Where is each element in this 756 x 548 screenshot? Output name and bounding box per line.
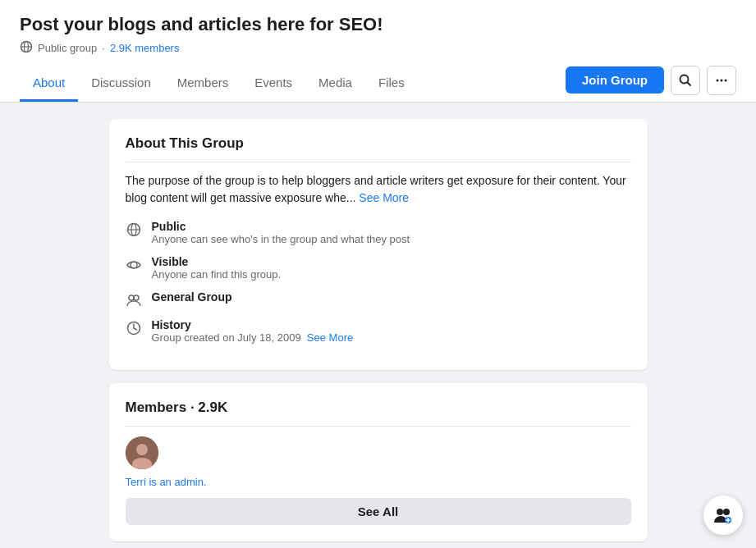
floating-action-button[interactable] (703, 495, 743, 535)
privacy-content: Public Anyone can see who's in the group… (152, 220, 410, 245)
about-card-title: About This Group (126, 135, 631, 152)
avatar-image (126, 436, 158, 469)
svg-point-6 (721, 79, 723, 81)
about-divider (126, 162, 631, 162)
history-label: History (152, 318, 354, 331)
tab-members[interactable]: Members (164, 66, 242, 102)
type-content: General Group (152, 290, 232, 304)
history-icon (126, 320, 142, 336)
admin-avatar (126, 436, 158, 469)
svg-point-25 (717, 509, 723, 515)
group-title: Post your blogs and articles here for SE… (20, 13, 736, 37)
group-meta: Public group · 2.9K members (20, 40, 736, 56)
tab-files[interactable]: Files (365, 66, 418, 102)
search-button[interactable] (671, 66, 700, 95)
members-card-title: Members · 2.9K (126, 400, 631, 416)
globe-info-icon (126, 221, 142, 238)
history-see-more[interactable]: See More (307, 331, 353, 344)
history-desc: Group created on July 18, 2009 See More (152, 331, 354, 344)
tab-about[interactable]: About (20, 66, 78, 102)
about-card: About This Group The purpose of the grou… (109, 119, 648, 370)
group-type: Public group (38, 42, 97, 54)
svg-point-13 (134, 295, 139, 300)
join-group-button[interactable]: Join Group (566, 66, 664, 94)
type-label: General Group (152, 290, 232, 304)
history-content: History Group created on July 18, 2009 S… (152, 318, 354, 344)
type-row: General Group (126, 290, 631, 308)
visible-desc: Anyone can find this group. (152, 268, 282, 281)
description-see-more[interactable]: See More (359, 191, 409, 204)
visible-label: Visible (152, 255, 282, 268)
svg-point-26 (723, 509, 730, 515)
nav-tabs: About Discussion Members Events Media Fi… (20, 66, 566, 102)
svg-point-5 (717, 79, 719, 81)
more-icon (715, 74, 728, 87)
members-divider (126, 426, 631, 427)
group-type-icon (126, 292, 142, 308)
admin-text: Terri is an admin. (126, 476, 631, 488)
globe-icon (20, 40, 33, 56)
svg-point-12 (129, 295, 134, 300)
members-link[interactable]: 2.9K members (110, 42, 180, 54)
svg-point-7 (725, 79, 727, 81)
svg-line-16 (134, 328, 137, 330)
nav-actions: Join Group (566, 66, 736, 102)
privacy-label: Public (152, 220, 410, 233)
dot-separator: · (102, 42, 105, 54)
top-bar: Post your blogs and articles here for SE… (0, 0, 756, 103)
history-row: History Group created on July 18, 2009 S… (126, 318, 631, 344)
tab-events[interactable]: Events (241, 66, 305, 102)
privacy-row: Public Anyone can see who's in the group… (126, 220, 631, 245)
visible-content: Visible Anyone can find this group. (152, 255, 282, 281)
about-description: The purpose of the group is to help blog… (126, 172, 631, 207)
see-all-button[interactable]: See All (126, 498, 631, 525)
main-content: About This Group The purpose of the grou… (99, 119, 657, 548)
svg-line-4 (688, 82, 691, 85)
nav-row: About Discussion Members Events Media Fi… (20, 66, 736, 102)
visible-row: Visible Anyone can find this group. (126, 255, 631, 281)
tab-discussion[interactable]: Discussion (78, 66, 164, 102)
members-card: Members · 2.9K Terri is an admin. See Al… (109, 383, 648, 541)
search-icon (679, 74, 692, 87)
tab-media[interactable]: Media (305, 66, 365, 102)
visible-icon (126, 257, 142, 273)
people-icon (713, 505, 733, 525)
svg-point-18 (136, 444, 148, 455)
privacy-desc: Anyone can see who's in the group and wh… (152, 233, 410, 245)
more-button[interactable] (707, 66, 736, 95)
